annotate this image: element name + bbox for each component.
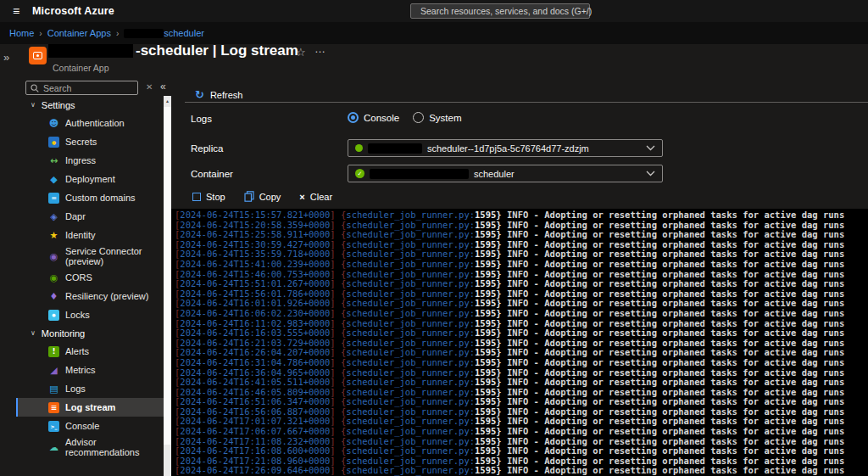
sidebar-item-identity[interactable]: ★Identity <box>16 226 164 244</box>
more-options-icon[interactable]: … <box>314 42 326 55</box>
sidebar-item-label: Locks <box>65 310 90 320</box>
sidebar-item-advisor-recommendations[interactable]: ☁Advisor recommendations <box>16 435 164 459</box>
sidebar-group-settings[interactable]: ∨Settings <box>16 96 164 114</box>
sidebar-search-input[interactable]: Search <box>25 81 138 95</box>
breadcrumb-container-apps[interactable]: Container Apps <box>47 28 111 38</box>
logs-type-radio-group: Console System <box>348 112 462 123</box>
sidebar-item-label: Deployment <box>65 174 115 184</box>
clear-x-icon: × <box>299 193 304 201</box>
clear-button[interactable]: × Clear <box>299 192 332 202</box>
copy-button[interactable]: Copy <box>244 191 281 202</box>
sidebar-item-resiliency-preview[interactable]: ♦Resiliency (preview) <box>16 287 164 305</box>
radio-console[interactable]: Console <box>348 112 399 123</box>
sidebar-item-console[interactable]: >_Console <box>16 417 164 435</box>
service-connector-icon: ◉ <box>48 251 59 262</box>
stop-button[interactable]: Stop <box>192 192 225 202</box>
sidebar-search-placeholder: Search <box>43 83 71 93</box>
sidebar-item-ingress[interactable]: ↔Ingress <box>16 151 164 170</box>
replica-dropdown[interactable]: scheduler--1d7pj5a-5c76764d77-zdzjm <box>348 139 663 157</box>
breadcrumb-separator-icon: › <box>116 29 119 38</box>
sidebar-item-alerts[interactable]: !Alerts <box>16 342 164 361</box>
log-stream-pane: ↻ Refresh Logs Console System Replica sc… <box>171 78 868 476</box>
sidebar-collapse-icon[interactable]: « <box>160 81 166 92</box>
sidebar-item-metrics[interactable]: ◢Metrics <box>16 361 164 379</box>
breadcrumb: Home › Container Apps › scheduler <box>0 22 868 44</box>
log-line: [2024-06-24T17:26:09.646+0000] {schedule… <box>175 466 868 476</box>
scrollbar-up-arrow-icon[interactable]: ▲ <box>164 96 171 106</box>
divider <box>185 102 868 103</box>
sidebar-item-authentication[interactable]: ☻Authentication <box>16 114 164 132</box>
redacted-app-name <box>48 44 133 58</box>
breadcrumb-home[interactable]: Home <box>9 28 34 38</box>
sidebar-item-secrets[interactable]: ●Secrets <box>16 132 164 151</box>
resource-type-label: Container App <box>53 63 109 73</box>
radio-selected-icon <box>348 112 359 123</box>
log-stream-icon: ≡ <box>48 402 59 413</box>
breadcrumb-current[interactable]: scheduler <box>124 28 204 38</box>
sidebar-item-log-stream[interactable]: ≡Log stream <box>16 398 164 417</box>
sidebar-item-locks[interactable]: ●Locks <box>16 305 164 324</box>
sidebar-scrollbar[interactable]: ▲ <box>164 96 171 476</box>
sidebar-item-service-connector-preview[interactable]: ◉Service Connector (preview) <box>16 244 164 268</box>
replica-label: Replica <box>191 143 223 154</box>
cors-icon: ◉ <box>48 272 59 283</box>
secrets-icon: ● <box>48 137 59 148</box>
sidebar-item-cors[interactable]: ◉CORS <box>16 268 164 287</box>
sidebar-group-monitoring[interactable]: ∨Monitoring <box>16 324 164 342</box>
container-dropdown[interactable]: ✓ scheduler <box>348 165 663 182</box>
sidebar-item-dapr[interactable]: ◈Dapr <box>16 207 164 226</box>
hamburger-menu-icon[interactable]: ≡ <box>0 4 32 18</box>
search-icon <box>31 84 39 92</box>
refresh-button[interactable]: ↻ Refresh <box>195 88 242 101</box>
copy-icon <box>244 191 254 202</box>
sidebar-item-logs[interactable]: ▤Logs <box>16 379 164 398</box>
scrollbar-thumb[interactable] <box>164 107 171 445</box>
favorite-star-icon[interactable]: ☆ <box>296 46 306 59</box>
sidebar-nav: ∨Settings☻Authentication●Secrets↔Ingress… <box>16 96 164 476</box>
brand-title[interactable]: Microsoft Azure <box>32 5 114 17</box>
sidebar-group-label: Settings <box>42 100 75 110</box>
log-actions-toolbar: Stop Copy × Clear <box>192 191 332 202</box>
logs-label: Logs <box>191 114 212 124</box>
metrics-icon: ◢ <box>48 365 59 376</box>
sidebar-item-deployment[interactable]: ◆Deployment <box>16 170 164 188</box>
authentication-icon: ☻ <box>48 118 59 129</box>
dapr-icon: ◈ <box>48 211 59 222</box>
refresh-icon: ↻ <box>195 88 204 101</box>
sidebar-item-label: Secrets <box>65 137 97 147</box>
chevron-down-icon <box>646 171 655 176</box>
radio-system[interactable]: System <box>413 112 461 123</box>
sidebar-item-label: Custom domains <box>65 193 136 203</box>
sidebar-item-label: Console <box>65 421 99 431</box>
log-stream-output[interactable]: [2024-06-24T15:15:57.821+0000] {schedule… <box>171 209 868 476</box>
redacted-replica-prefix <box>368 143 422 154</box>
redacted-container-prefix <box>370 169 469 179</box>
sidebar-item-label: Dapr <box>65 211 86 221</box>
sidebar-item-custom-domains[interactable]: ≡Custom domains <box>16 188 164 207</box>
stop-icon <box>192 193 201 201</box>
expand-rail-icon[interactable]: » <box>3 51 9 64</box>
sidebar-item-label: Identity <box>65 230 95 240</box>
sidebar-item-label: Logs <box>65 384 86 394</box>
identity-icon: ★ <box>48 230 59 241</box>
sidebar-item-label: Alerts <box>65 346 89 356</box>
advisor-icon: ☁ <box>48 442 59 453</box>
page-title: -scheduler | Log stream <box>136 42 298 59</box>
locks-icon: ● <box>48 310 59 321</box>
deployment-icon: ◆ <box>48 174 59 185</box>
chevron-down-icon: ∨ <box>31 329 36 337</box>
sidebar-item-label: Metrics <box>65 365 95 375</box>
alerts-icon: ! <box>48 346 59 357</box>
chevron-down-icon: ∨ <box>31 101 36 109</box>
sidebar-item-label: Authentication <box>65 118 125 128</box>
sidebar-item-label: CORS <box>65 272 92 283</box>
sidebar-search-clear-icon[interactable]: ✕ <box>146 82 153 92</box>
healthy-check-icon: ✓ <box>355 169 364 178</box>
resiliency-icon: ♦ <box>48 291 59 302</box>
logs-icon: ▤ <box>48 384 59 395</box>
sidebar-group-label: Monitoring <box>42 328 85 339</box>
sidebar-item-label: Ingress <box>65 155 96 165</box>
container-label: Container <box>191 169 233 179</box>
breadcrumb-separator-icon: › <box>39 29 42 38</box>
global-search-input[interactable]: Search resources, services, and docs (G+… <box>410 3 590 19</box>
